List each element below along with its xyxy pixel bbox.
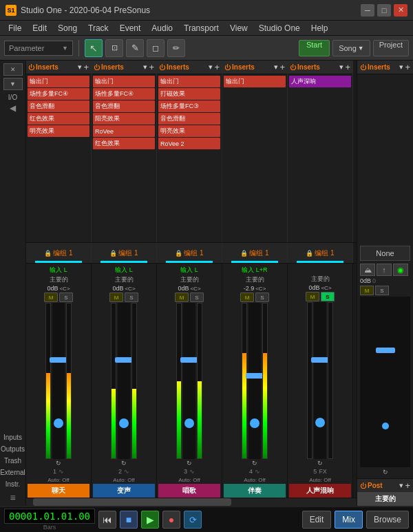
ch5-mute-btn[interactable]: M	[306, 292, 319, 301]
ch5-track-name[interactable]: 人声混响	[289, 484, 351, 498]
right-inserts-add[interactable]: ▾	[399, 63, 403, 72]
ch2-insert-1[interactable]: 输出门	[93, 76, 155, 87]
right-mountain-btn[interactable]: ⛰	[360, 264, 375, 276]
right-post-plus[interactable]: +	[405, 480, 410, 491]
ch2-insert-5[interactable]: RoVee	[93, 125, 155, 137]
ch1-insert-1[interactable]: 输出门	[28, 76, 89, 87]
ch1-inserts-add[interactable]: ▾	[78, 63, 82, 72]
menu-edit[interactable]: Edit	[27, 22, 52, 34]
ch1-insert-5[interactable]: 明亮效果	[28, 125, 89, 137]
right-inserts-plus[interactable]: +	[405, 62, 410, 72]
ch4-inserts-add[interactable]: ▾	[274, 63, 278, 72]
menu-event[interactable]: Event	[114, 22, 147, 34]
ch2-fader[interactable]	[118, 303, 130, 459]
ch3-insert-2[interactable]: 打磁效果	[158, 88, 220, 100]
ch2-inserts-plus[interactable]: +	[149, 62, 154, 72]
sidebar-external[interactable]: External	[0, 469, 25, 476]
ch2-insert-6[interactable]: 红色效果	[93, 138, 155, 149]
ch2-fader-knob[interactable]	[115, 357, 133, 363]
paint-tool-button[interactable]: ✏	[167, 39, 185, 57]
menu-studioone[interactable]: Studio One	[253, 22, 306, 34]
range-tool-button[interactable]: ⊡	[105, 39, 123, 57]
loop-button[interactable]: ⟳	[184, 511, 202, 529]
menu-transport[interactable]: Transport	[178, 22, 224, 34]
ch4-solo-btn[interactable]: S	[255, 292, 269, 302]
ch1-track-name[interactable]: 聊天	[28, 484, 89, 498]
right-post-add[interactable]: ▾	[399, 481, 403, 490]
ch3-solo-btn[interactable]: S	[190, 292, 204, 302]
rewind-button[interactable]: ⏮	[98, 511, 116, 529]
ch1-solo-btn[interactable]: S	[59, 292, 73, 302]
horizontal-scrollbar[interactable]	[26, 498, 357, 506]
ch5-inserts-add[interactable]: ▾	[339, 63, 343, 72]
mix-tab[interactable]: Mix	[335, 511, 363, 529]
stop-button[interactable]: ■	[120, 511, 138, 529]
maximize-button[interactable]: □	[377, 4, 391, 17]
ch1-fader[interactable]	[52, 303, 65, 459]
ch1-insert-4[interactable]: 红色效果	[28, 113, 89, 125]
left-arrow-icon[interactable]: ◀	[10, 103, 16, 113]
sidebar-inputs[interactable]: Inputs	[3, 434, 22, 441]
right-up-btn[interactable]: ↑	[377, 264, 392, 276]
right-solo-btn[interactable]: S	[375, 286, 389, 295]
menu-file[interactable]: File	[3, 22, 27, 34]
ch3-insert-5[interactable]: 明亮效果	[158, 125, 220, 137]
ch1-inserts-plus[interactable]: +	[83, 62, 89, 72]
left-close-btn[interactable]: ✕	[3, 63, 23, 76]
left-arrow-btn[interactable]: ▼	[3, 78, 23, 90]
ch5-inserts-plus[interactable]: +	[345, 62, 350, 72]
browse-tab[interactable]: Browse	[366, 511, 409, 529]
minimize-button[interactable]: ─	[361, 4, 374, 17]
ch2-inserts-add[interactable]: ▾	[143, 63, 147, 72]
ch2-track-name[interactable]: 变声	[93, 484, 155, 498]
menu-song[interactable]: Song	[52, 22, 83, 34]
menu-help[interactable]: Help	[306, 22, 334, 34]
ch4-fader[interactable]	[248, 303, 261, 459]
right-fader-knob[interactable]	[376, 348, 395, 353]
ch2-insert-2[interactable]: 场性多量FC④	[93, 88, 155, 100]
menu-audio[interactable]: Audio	[146, 22, 178, 34]
ch3-track-name[interactable]: 唱歌	[158, 484, 220, 498]
ch2-insert-4[interactable]: 阳亮效果	[93, 113, 155, 125]
ch4-fader-knob[interactable]	[246, 373, 264, 379]
hamburger-icon[interactable]: ≡	[10, 492, 15, 503]
ch3-fader[interactable]	[183, 303, 195, 459]
ch3-mute-btn[interactable]: M	[175, 292, 189, 302]
edit-tab[interactable]: Edit	[302, 511, 332, 529]
sidebar-instr[interactable]: Instr.	[6, 480, 21, 488]
ch2-insert-3[interactable]: 音色滑翻	[93, 100, 155, 112]
sidebar-trash[interactable]: Trash	[4, 457, 21, 465]
menu-track[interactable]: Track	[83, 22, 114, 34]
right-none-selector[interactable]: None	[360, 246, 410, 261]
right-toggle-btn[interactable]: ◉	[393, 264, 408, 276]
song-button[interactable]: Song ▼	[332, 40, 370, 56]
ch1-insert-2[interactable]: 场性多量FC④	[28, 88, 89, 100]
ch5-fader[interactable]	[314, 302, 326, 459]
scrollbar-thumb[interactable]	[33, 498, 231, 506]
ch3-insert-6[interactable]: RoVee 2	[158, 138, 220, 149]
ch5-insert-1[interactable]: 人声深响	[289, 76, 351, 87]
ch4-mute-btn[interactable]: M	[240, 292, 254, 302]
menu-view[interactable]: View	[224, 22, 253, 34]
record-button[interactable]: ●	[162, 511, 180, 529]
ch5-solo-btn[interactable]: S	[321, 292, 335, 301]
ch1-insert-3[interactable]: 音色滑翻	[28, 100, 89, 112]
ch1-mute-btn[interactable]: M	[44, 292, 58, 302]
ch3-insert-1[interactable]: 输出门	[158, 76, 220, 87]
start-button[interactable]: Start	[299, 40, 330, 56]
ch3-inserts-plus[interactable]: +	[214, 62, 220, 72]
ch3-insert-4[interactable]: 音色滑翻	[158, 113, 220, 125]
ch4-insert-1[interactable]: 输出门	[224, 76, 286, 87]
ch1-fader-knob[interactable]	[50, 357, 67, 363]
pencil-tool-button[interactable]: ✎	[126, 39, 144, 57]
ch3-fader-knob[interactable]	[180, 357, 198, 363]
eraser-tool-button[interactable]: ◻	[147, 39, 165, 57]
select-tool-button[interactable]: ↖	[85, 39, 103, 57]
play-button[interactable]: ▶	[141, 511, 159, 529]
close-button[interactable]: ✕	[394, 4, 407, 17]
ch2-mute-btn[interactable]: M	[109, 292, 123, 302]
right-main-label[interactable]: 主要的	[357, 492, 413, 506]
ch4-track-name[interactable]: 伴奏	[224, 484, 286, 498]
right-mute-btn[interactable]: M	[360, 286, 374, 295]
sidebar-outputs[interactable]: Outputs	[1, 445, 25, 453]
